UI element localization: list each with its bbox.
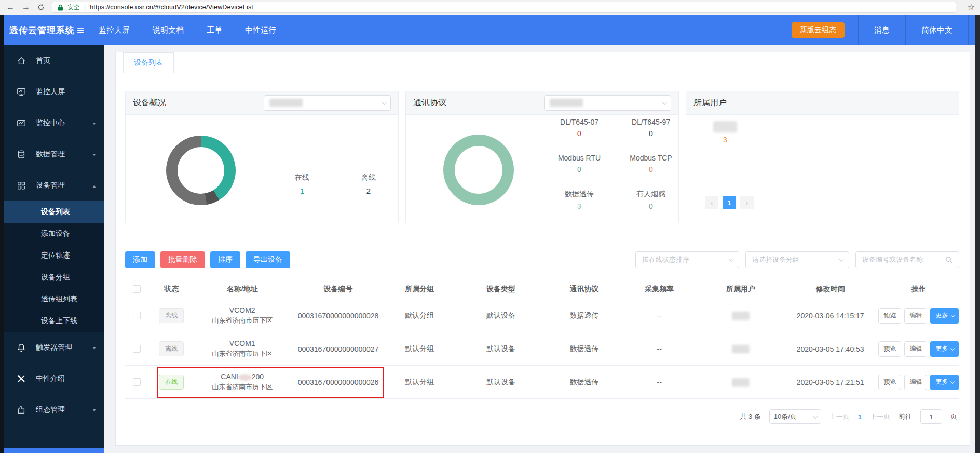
prev-page-button[interactable]: 上一页 (829, 412, 850, 421)
top-menu-docs[interactable]: 说明文档 (153, 25, 184, 35)
reload-icon[interactable] (37, 4, 45, 11)
tab-device-list[interactable]: 设备列表 (123, 52, 174, 73)
current-page[interactable]: 1 (858, 413, 862, 421)
protocol-legend: DL/T645-07 0 DL/T645-97 0 Modbus RTU 0 (543, 118, 687, 225)
sidebar-item-trigger-management[interactable]: 触发器管理 ▾ (4, 332, 104, 363)
table-filters: 按在线状态排序 请选择设备分组 设备编号或设备名称 (635, 251, 959, 268)
sidebar-item-scada-management[interactable]: 组态管理 ▾ (4, 394, 104, 425)
preview-button[interactable]: 预览 (878, 308, 901, 324)
sidebar-item-home[interactable]: 首页 (4, 45, 104, 76)
sidebar-item-label: 监控中心 (36, 118, 65, 128)
goto-label: 前往 (899, 412, 912, 421)
status-badge: 离线 (159, 341, 184, 356)
top-menu-monitor-screen[interactable]: 监控大屏 (99, 25, 130, 35)
browser-bar: ← → 安全 | https://console.usr.cn/#/cloudV… (0, 0, 980, 15)
monitor-center-icon (16, 118, 26, 128)
edit-button[interactable]: 编辑 (904, 308, 927, 324)
redacted-user (732, 378, 750, 387)
goto-page-input[interactable] (920, 409, 942, 424)
sidebar-subitem-device-updown[interactable]: 设备上下线 (4, 310, 104, 332)
hamburger-menu-icon[interactable]: ≡ (77, 23, 84, 37)
redacted-username (713, 121, 737, 132)
address-bar[interactable]: 安全 | https://console.usr.cn/#/cloudV2/de… (52, 2, 956, 13)
device-search-input[interactable]: 设备编号或设备名称 (855, 251, 959, 268)
device-group-select[interactable]: 请选择设备分组 (745, 251, 849, 268)
sidebar-item-monitor-screen[interactable]: 监控大屏 (4, 76, 104, 108)
home-icon (16, 56, 26, 66)
row-checkbox[interactable] (133, 312, 141, 319)
sidebar-subitem-add-device[interactable]: 添加设备 (4, 223, 104, 245)
top-menu-workorder[interactable]: 工单 (207, 25, 222, 35)
total-count: 共 3 条 (740, 412, 760, 421)
select-all-checkbox[interactable] (133, 285, 141, 293)
device-status-legend: 在线 1 离线 2 (281, 173, 389, 195)
window-edge-right (975, 15, 980, 453)
sidebar-subitem-location-track[interactable]: 定位轨迹 (4, 245, 104, 267)
sidebar-subitem-device-list[interactable]: 设备列表 (4, 201, 104, 223)
back-icon[interactable]: ← (6, 3, 15, 11)
sidebar-item-label: 监控大屏 (36, 87, 65, 97)
batch-delete-button[interactable]: 批量删除 (160, 251, 205, 268)
add-button[interactable]: 添加 (125, 251, 155, 268)
new-scada-button[interactable]: 新版云组态 (792, 22, 845, 38)
table-row[interactable]: 离线 VCOM2 山东省济南市历下区 00031670000000000028 … (125, 299, 959, 332)
legend-item: Modbus RTU 0 (543, 154, 615, 190)
more-button[interactable]: 更多 (930, 341, 959, 357)
forward-icon[interactable]: → (22, 3, 30, 11)
pager-prev-button[interactable]: ‹ (705, 196, 718, 209)
chevron-down-icon (382, 100, 387, 105)
row-checkbox[interactable] (133, 345, 141, 353)
more-button[interactable]: 更多 (930, 308, 959, 324)
redacted-selection (269, 99, 303, 107)
device-submenu: 设备列表 添加设备 定位轨迹 设备分组 透传组列表 设备上下线 (4, 201, 104, 332)
chevron-down-icon: ▾ (93, 345, 96, 351)
top-menu-neutral-run[interactable]: 中性运行 (245, 25, 276, 35)
online-status-sort-select[interactable]: 按在线状态排序 (635, 251, 739, 268)
device-overview-select[interactable] (264, 95, 391, 111)
chevron-down-icon (951, 346, 955, 350)
protocol-select[interactable] (544, 95, 671, 111)
row-checkbox[interactable] (133, 378, 141, 386)
more-button[interactable]: 更多 (930, 375, 959, 390)
window-edge-left (0, 15, 4, 453)
bookmark-star-icon[interactable]: ☆ (968, 3, 975, 11)
sidebar-subitem-device-group[interactable]: 设备分组 (4, 267, 104, 288)
pager-next-button[interactable]: › (740, 196, 754, 209)
device-address: 山东省济南市历下区 (194, 349, 290, 358)
main-content: 设备列表 设备概况 (104, 45, 975, 453)
lock-icon (58, 4, 63, 11)
pager-page-1[interactable]: 1 (723, 196, 736, 209)
offline-stat: 离线 2 (348, 173, 389, 195)
edit-button[interactable]: 编辑 (904, 375, 927, 390)
export-devices-button[interactable]: 导出设备 (246, 251, 290, 268)
tools-icon (16, 374, 26, 384)
sidebar-item-neutral-intro[interactable]: 中性介绍 (4, 363, 104, 394)
table-row[interactable]: 离线 VCOM1 山东省济南市历下区 00031670000000000027 … (125, 332, 959, 366)
sidebar-item-label: 触发器管理 (36, 343, 72, 352)
preview-button[interactable]: 预览 (878, 375, 901, 390)
sort-button[interactable]: 排序 (210, 251, 240, 268)
table-row-highlighted[interactable]: 在线 CANI200 山东省济南市历下区 0003167000000000002… (125, 366, 959, 399)
preview-button[interactable]: 预览 (878, 341, 901, 357)
device-overview-card: 设备概况 在线 1 (125, 91, 399, 223)
table-header: 状态 名称/地址 设备编号 所属分组 设备类型 通讯协议 采集频率 所属用户 修… (125, 279, 959, 299)
top-nav: 透传云管理系统 ≡ 监控大屏 说明文档 工单 中性运行 新版云组态 消息 简体中… (0, 15, 980, 45)
url-text[interactable]: https://console.usr.cn/#/cloudV2/device/… (90, 4, 253, 11)
device-table: 状态 名称/地址 设备编号 所属分组 设备类型 通讯协议 采集频率 所属用户 修… (125, 279, 959, 399)
sidebar-item-label: 首页 (36, 56, 50, 65)
sidebar-item-data-management[interactable]: 数据管理 ▾ (4, 139, 104, 170)
sidebar-item-monitor-center[interactable]: 监控中心 ▾ (4, 108, 104, 139)
redacted-user (732, 345, 750, 353)
next-page-button[interactable]: 下一页 (870, 412, 890, 421)
table-toolbar: 添加 批量删除 排序 导出设备 按在线状态排序 请选择设备分组 设备编号或设备名… (125, 251, 959, 268)
page-size-select[interactable]: 10条/页 (769, 409, 821, 424)
edit-button[interactable]: 编辑 (904, 341, 927, 357)
messages-link[interactable]: 消息 (859, 15, 905, 45)
bell-icon (16, 342, 26, 353)
sidebar-subitem-passthrough-group[interactable]: 透传组列表 (4, 288, 104, 310)
sidebar-item-label: 中性介绍 (36, 374, 65, 383)
pagination-bar: 共 3 条 10条/页 上一页 1 下一页 前往 页 (116, 409, 957, 424)
language-link[interactable]: 简体中文 (906, 15, 968, 45)
sidebar-item-device-management[interactable]: 设备管理 ▴ (4, 170, 104, 201)
chevron-down-icon: ▾ (93, 407, 96, 413)
